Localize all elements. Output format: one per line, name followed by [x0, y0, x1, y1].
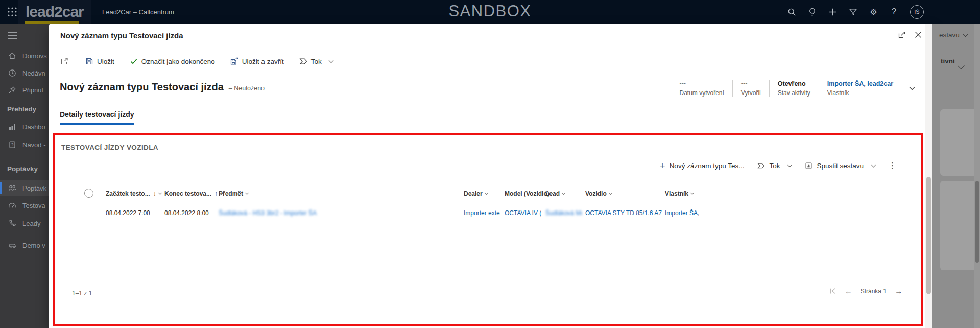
hamburger-icon[interactable] [7, 32, 17, 40]
expand-dialog-icon[interactable] [898, 31, 906, 39]
cell-dealer-link[interactable]: Importer extens... [464, 209, 500, 217]
highlighted-subgrid-section: TESTOVACÍ JÍZDY VOZIDLA + Nový záznam ty… [53, 133, 923, 326]
column-header-lead[interactable]: Lead [545, 190, 565, 197]
sidebar-item-pinned[interactable]: Připnut [0, 82, 49, 98]
subgrid-table: Začátek testo...↓ Konec testova...↑ Před… [55, 186, 921, 224]
subgrid-new-record-button[interactable]: + Nový záznam typu Tes... [660, 162, 745, 170]
dialog-scrollbar[interactable] [925, 24, 932, 328]
column-header-start[interactable]: Začátek testo...↓ [106, 190, 161, 197]
scrollbar-thumb[interactable] [926, 177, 931, 294]
header-expand-chevron-icon[interactable] [909, 85, 916, 92]
new-test-drive-dialog: Nový záznam typu Testovací jízda Uložit … [49, 24, 932, 328]
first-page-icon[interactable] [829, 287, 836, 295]
help-icon[interactable]: ? [890, 8, 898, 16]
flow-icon [757, 162, 765, 170]
activity-status-label: Stav aktivity [778, 89, 810, 97]
more-commands-icon[interactable]: ⋮ [889, 161, 896, 170]
app-logo[interactable]: lead2car [18, 0, 91, 24]
sort-asc-icon: ↑ [214, 190, 218, 197]
subgrid-flow-button[interactable]: Tok [757, 162, 792, 170]
save-close-icon [230, 57, 238, 65]
sidebar-item-testovaci-jizdy[interactable]: Testova [0, 198, 49, 213]
save-button[interactable]: Uložit [85, 57, 114, 65]
created-by-label: Vytvořil [741, 89, 761, 97]
next-page-icon[interactable]: → [895, 287, 902, 295]
activity-status-value: Otevřeno [778, 80, 810, 87]
dashboard-icon [8, 123, 16, 131]
owner-value-link[interactable]: Importer ŠA, lead2car [827, 80, 893, 87]
flow-button[interactable]: Tok [299, 57, 333, 65]
tab-strip: Detaily testovací jízdy [60, 110, 134, 119]
save-icon [85, 57, 93, 65]
header-field-created-by: --- Vytvořil [732, 80, 769, 97]
tab-details[interactable]: Detaily testovací jízdy [60, 110, 134, 125]
subgrid-run-report-button[interactable]: Spustit sestavu [805, 162, 875, 170]
header-field-activity-status: Otevřeno Stav aktivity [769, 80, 819, 97]
sidebar-item-demo-vozy[interactable]: Demo v [0, 238, 49, 253]
chevron-down-icon [485, 191, 488, 195]
search-icon[interactable] [787, 8, 796, 16]
header-field-created-on: --- Datum vytvoření [671, 80, 732, 97]
sidebar-item-home[interactable]: Domovs [0, 48, 49, 63]
sidebar-item-leady[interactable]: Leady [0, 216, 49, 231]
column-header-end[interactable]: Konec testova...↑ [164, 190, 223, 197]
topbar-icon-group: ⚙ ? IŠ [787, 0, 924, 24]
created-on-label: Datum vytvoření [679, 89, 724, 97]
save-and-close-label: Uložit a zavřít [242, 58, 284, 65]
selected-indicator [0, 182, 2, 194]
cell-owner-link[interactable]: Importer ŠA, le... [665, 209, 701, 217]
record-header: Nový záznam typu Testovací jízda – Neulo… [49, 73, 932, 110]
cell-model-link[interactable]: OCTAVIA IV (NX... [505, 209, 541, 217]
save-and-close-button[interactable]: Uložit a zavřít [230, 57, 284, 65]
sidebar-item-label: Leady [22, 220, 40, 227]
waffle-icon[interactable] [7, 7, 17, 17]
column-header-owner[interactable]: Vlastník [665, 190, 694, 197]
previous-page-icon[interactable]: ← [845, 287, 852, 295]
header-fields: --- Datum vytvoření --- Vytvořil Otevřen… [671, 80, 916, 97]
sidebar-item-dashboards[interactable]: Dashbo [0, 119, 49, 134]
popout-record-button[interactable] [60, 57, 68, 65]
column-header-dealer[interactable]: Dealer [464, 190, 488, 197]
phone-icon [8, 219, 16, 227]
chevron-down-icon [328, 58, 333, 63]
user-avatar[interactable]: IŠ [910, 5, 924, 19]
dialog-title: Nový záznam typu Testovací jízda [60, 31, 183, 40]
environment-banner: SANDBOX [448, 2, 531, 20]
cell-lead-link[interactable]: Šudláková Monik... [545, 209, 582, 217]
screen: lead2car Lead2Car – Callcentrum SANDBOX … [0, 0, 980, 328]
pagination: ← Stránka 1 → [829, 287, 902, 295]
app-context-label: Lead2Car – Callcentrum [102, 8, 174, 16]
background-partial-view-selector: tivní [941, 57, 955, 65]
lightbulb-icon[interactable] [808, 8, 817, 16]
sidebar-item-poptavky[interactable]: Poptávk [0, 180, 49, 196]
gear-icon[interactable]: ⚙ [869, 8, 878, 16]
mark-complete-label: Označit jako dokončeno [141, 58, 215, 65]
checkmark-icon [130, 57, 138, 65]
sidebar-item-label: Připnut [22, 86, 43, 94]
column-header-subject[interactable]: Předmět [219, 190, 248, 197]
sidebar-item-guide[interactable]: ? Návod - [0, 137, 49, 152]
sidebar-section-prehledy: Přehledy [7, 105, 36, 113]
home-icon [8, 52, 16, 60]
cell-subject-link[interactable]: Šudláková - HS3 3br2 - Importer ŠA [219, 209, 317, 217]
filter-icon[interactable] [849, 8, 857, 16]
cell-start-date: 08.04.2022 7:00 [106, 209, 150, 217]
quick-create-plus-icon[interactable] [828, 8, 837, 16]
cell-vehicle-link[interactable]: OCTAVIA STY TD 85/1.6 A7F - Stříbrná ... [585, 209, 662, 217]
record-title: Nový záznam typu Testovací jízda [60, 81, 224, 93]
cell-end-date: 08.04.2022 8:00 [164, 209, 209, 217]
mark-complete-button[interactable]: Označit jako dokončeno [130, 57, 215, 65]
chevron-down-icon [871, 162, 876, 168]
flow-label: Tok [311, 58, 322, 65]
column-header-vehicle[interactable]: Vozidlo [585, 190, 612, 197]
sidebar-item-label: Dashbo [22, 123, 45, 131]
select-all-radio[interactable] [84, 189, 93, 198]
sidebar-item-label: Testova [22, 202, 45, 209]
chevron-down-icon [958, 62, 965, 69]
sidebar-item-recent[interactable]: Nedávn [0, 65, 49, 81]
close-dialog-icon[interactable] [914, 31, 922, 39]
table-row[interactable]: 08.04.2022 7:00 08.04.2022 8:00 Šudlákov… [55, 203, 921, 224]
subgrid-toolbar: + Nový záznam typu Tes... Tok Spustit se… [660, 161, 896, 170]
pin-icon [8, 86, 16, 94]
clock-icon [8, 69, 16, 77]
